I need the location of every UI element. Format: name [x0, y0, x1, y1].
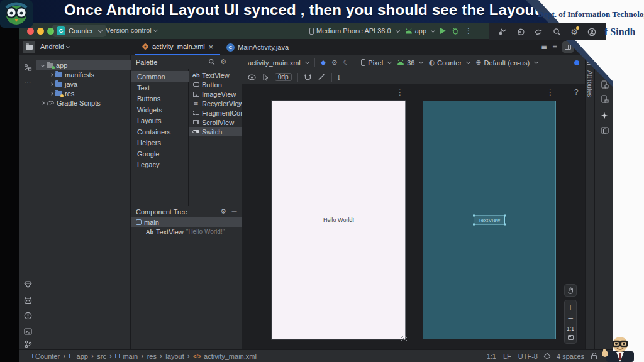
zoom-to-fit-button[interactable] [568, 335, 574, 340]
collapse-icon[interactable] [50, 92, 53, 96]
running-devices-icon[interactable] [599, 124, 610, 136]
account-icon[interactable] [587, 28, 596, 36]
encoding-widget[interactable]: UTF-8 [518, 353, 538, 360]
gemini-sparkle-icon[interactable] [599, 110, 610, 121]
category-containers[interactable]: Containers [131, 126, 189, 137]
tree-item-app[interactable]: app [36, 60, 131, 70]
search-icon[interactable] [553, 28, 561, 36]
autoconnect-magnet-icon[interactable] [304, 74, 312, 81]
design-surface-menu-icon[interactable]: ⋮ [396, 88, 404, 97]
zoom-out-button[interactable]: − [567, 314, 574, 322]
design-canvas[interactable]: ⋮ ⋮ Hello World! TextView + − [242, 84, 585, 349]
cursor-position-widget[interactable]: 1:1 [487, 353, 496, 360]
zoom-in-button[interactable]: + [567, 304, 574, 311]
design-mode-icon[interactable]: ◆ [321, 59, 326, 66]
device-explorer-icon[interactable] [599, 93, 610, 104]
resize-handle[interactable] [401, 336, 407, 341]
component-switch[interactable]: Switch [189, 127, 242, 136]
zoom-level-label[interactable]: 1:1 [567, 326, 574, 332]
attributes-tab-label[interactable]: Attributes [586, 70, 593, 97]
gear-icon[interactable]: ⚙ [220, 208, 226, 215]
project-view-selector[interactable]: Android [40, 43, 70, 50]
category-common[interactable]: Common [131, 71, 189, 82]
expand-icon[interactable] [41, 63, 45, 67]
category-widgets[interactable]: Widgets [131, 104, 189, 115]
category-google[interactable]: Google [131, 148, 189, 159]
component-imageview[interactable]: ImageView [189, 89, 242, 99]
run-configuration-selector[interactable]: app [405, 27, 435, 35]
breadcrumb-file[interactable]: </>activity_main.xml [193, 353, 257, 360]
component-fragmentcontainerview[interactable]: FragmentContaine... ↓ [189, 108, 242, 118]
component-recyclerview[interactable]: ≡ RecyclerView ↓ [189, 99, 242, 108]
breadcrumb-layout[interactable]: layout [165, 353, 184, 360]
terminal-icon[interactable] [22, 326, 33, 337]
project-selector[interactable]: C Counter [52, 25, 106, 37]
component-scrollview[interactable]: ScrollView [189, 118, 242, 127]
breadcrumb-res[interactable]: res [147, 353, 157, 360]
device-selector[interactable]: Medium Phone API 36.0 [309, 27, 399, 35]
guideline-icon[interactable]: I [338, 74, 340, 81]
sort-tabs-icon[interactable]: ≡ [552, 44, 557, 50]
pointer-icon[interactable] [262, 74, 269, 81]
hide-panel-icon[interactable]: — [231, 59, 237, 65]
debug-button[interactable] [452, 27, 459, 35]
line-separator-widget[interactable]: LF [503, 353, 511, 360]
blueprint-mode-icon[interactable]: ⊘ [331, 59, 337, 66]
indent-widget[interactable]: 4 spaces [557, 353, 584, 360]
search-icon[interactable] [208, 58, 215, 65]
gear-icon[interactable]: ⚙ [220, 58, 226, 65]
tag-icon[interactable] [543, 353, 550, 359]
pan-tool-button[interactable] [564, 284, 577, 297]
category-layouts[interactable]: Layouts [131, 115, 189, 126]
night-mode-icon[interactable]: ☾ [343, 59, 349, 66]
category-helpers[interactable]: Helpers [131, 137, 189, 148]
category-text[interactable]: Text [131, 82, 189, 93]
component-textview[interactable]: Ab TextView [189, 70, 242, 80]
info-indicator[interactable] [574, 60, 579, 65]
view-options-icon[interactable] [248, 74, 256, 80]
lock-icon[interactable] [591, 355, 597, 359]
component-button[interactable]: Button [189, 80, 242, 89]
infer-constraints-wand-icon[interactable] [318, 73, 326, 81]
component-tree-item-main[interactable]: main [131, 217, 242, 227]
window-minimize-button[interactable] [37, 28, 44, 35]
tree-item-java[interactable]: java [36, 79, 131, 89]
project-tool-window-button[interactable] [23, 41, 35, 53]
more-tool-windows-icon[interactable]: ⋯ [22, 76, 33, 87]
settings-icon[interactable]: ⚙ [570, 28, 578, 36]
category-buttons[interactable]: Buttons [131, 93, 189, 104]
build-icon[interactable] [499, 28, 507, 36]
window-close-button[interactable] [27, 28, 34, 35]
tab-list-icon[interactable]: ≡ [541, 43, 547, 51]
api-version-selector[interactable]: 36 [397, 59, 423, 67]
close-icon[interactable]: × [208, 43, 214, 50]
collapse-icon[interactable] [50, 82, 53, 86]
app-quality-insights-icon[interactable] [22, 278, 33, 290]
run-button[interactable] [440, 28, 446, 34]
hide-panel-icon[interactable]: — [231, 209, 237, 214]
git-branch-icon[interactable] [22, 338, 33, 349]
blueprint-preview-surface[interactable]: TextView [423, 101, 556, 339]
component-tree-item-textview[interactable]: Ab TextView "Hello World!" [131, 227, 242, 236]
collapse-icon[interactable] [41, 101, 45, 105]
tab-activity-main-xml[interactable]: activity_main.xml × [135, 39, 220, 55]
theme-selector[interactable]: ◐ Counter [428, 59, 470, 67]
selected-textview-widget[interactable]: TextView [474, 216, 505, 225]
locale-selector[interactable]: ⊕ Default (en-us) [475, 59, 538, 67]
collapse-icon[interactable] [50, 73, 53, 77]
vcs-widget[interactable]: Version control [106, 26, 157, 34]
breadcrumb-project[interactable]: Counter [28, 353, 60, 360]
ai-assistant-icon[interactable] [535, 28, 543, 36]
resource-manager-icon[interactable] [22, 62, 33, 73]
device-for-preview-selector[interactable]: Pixel [361, 59, 391, 67]
logcat-icon[interactable] [22, 294, 33, 305]
more-actions-icon[interactable]: ⋮ [465, 27, 472, 35]
problems-icon[interactable] [22, 310, 33, 321]
default-margin-button[interactable]: 0dp [275, 73, 292, 81]
editor-file-selector[interactable]: activity_main.xml [248, 59, 309, 67]
tree-item-gradle-scripts[interactable]: Gradle Scripts [36, 98, 131, 107]
breadcrumb-main[interactable]: main [115, 353, 138, 360]
breadcrumb-app[interactable]: app [69, 353, 88, 360]
attributes-tab-strip[interactable]: Attributes [585, 55, 594, 349]
breadcrumb-src[interactable]: src [97, 353, 106, 360]
